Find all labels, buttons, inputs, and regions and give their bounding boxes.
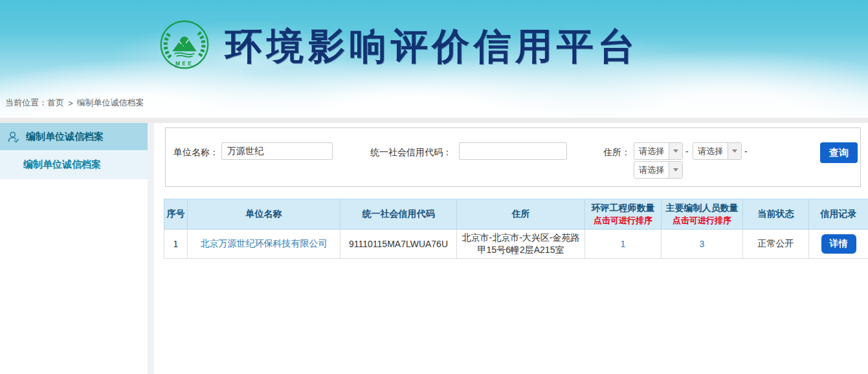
col-header-index: 序号: [164, 199, 188, 230]
col-header-address: 住所: [457, 199, 585, 230]
col-header-unit-name: 单位名称: [188, 199, 340, 230]
residence-separator: -: [685, 146, 689, 157]
city-select[interactable]: 请选择: [693, 142, 742, 160]
person-check-icon: [6, 130, 20, 144]
search-form-panel: 单位名称： 统一社会信用代码： 住所： 请选择 - 请选择 - 请选择 查询: [165, 127, 861, 187]
sidebar: 编制单位诚信档案 编制单位诚信档案: [0, 123, 148, 374]
credit-code-label: 统一社会信用代码：: [334, 147, 452, 159]
col-header-status: 当前状态: [743, 199, 809, 230]
logo-text: MEE: [175, 60, 194, 67]
staff-count-link[interactable]: 3: [700, 239, 705, 249]
residence-separator: -: [744, 146, 748, 157]
chevron-down-icon[interactable]: [669, 162, 682, 178]
sidebar-main-divider: [148, 123, 154, 374]
breadcrumb-home-link[interactable]: 首页: [47, 98, 64, 107]
breadcrumb-current: 编制单位诚信档案: [77, 98, 144, 107]
table-header-row: 序号 单位名称 统一社会信用代码 住所 环评工程师数量 点击可进行排序 主要编制…: [164, 199, 868, 230]
header-divider: [0, 118, 868, 123]
chevron-down-icon[interactable]: [728, 143, 741, 159]
mee-logo-icon: MEE: [159, 19, 210, 70]
col-header-engineer-count-label: 环评工程师数量: [592, 203, 655, 213]
sort-hint: 点击可进行排序: [586, 215, 660, 226]
province-select[interactable]: 请选择: [634, 142, 683, 160]
sidebar-item-label: 编制单位诚信档案: [26, 131, 104, 143]
district-select[interactable]: 请选择: [634, 161, 683, 179]
col-header-credit-record: 信用记录: [809, 199, 868, 230]
address-line-1: 北京市-北京市-大兴区-金苑路: [458, 232, 583, 244]
site-header: MEE 环境影响评价信用平台 当前位置：首页>编制单位诚信档案: [0, 0, 868, 118]
chevron-down-icon[interactable]: [669, 143, 682, 159]
engineer-count-link[interactable]: 1: [621, 239, 626, 249]
sidebar-item-credit-archive[interactable]: 编制单位诚信档案: [0, 123, 148, 150]
table-row: 1 北京万源世纪环保科技有限公司 91110115MA7LWUA76U 北京市-…: [164, 230, 868, 259]
sidebar-subitem-label: 编制单位诚信档案: [23, 159, 101, 171]
breadcrumb-separator: >: [68, 98, 73, 108]
sidebar-subitem-credit-archive[interactable]: 编制单位诚信档案: [0, 150, 148, 179]
province-select-value: 请选择: [634, 143, 669, 159]
col-header-staff-count-sort[interactable]: 主要编制人员数量 点击可进行排序: [662, 199, 743, 230]
unit-name-label: 单位名称：: [166, 147, 219, 159]
residence-label: 住所：: [590, 147, 630, 159]
unit-name-input[interactable]: [221, 142, 333, 160]
address-line-2: 甲15号6幢2层A215室: [458, 244, 583, 256]
district-select-value: 请选择: [634, 162, 669, 178]
search-button[interactable]: 查询: [820, 142, 858, 163]
results-table: 序号 单位名称 统一社会信用代码 住所 环评工程师数量 点击可进行排序 主要编制…: [164, 199, 868, 259]
cell-status: 正常公开: [743, 230, 809, 259]
page-title: 环境影响评价信用平台: [225, 22, 640, 72]
unit-name-link[interactable]: 北京万源世纪环保科技有限公司: [201, 238, 328, 248]
col-header-credit-code: 统一社会信用代码: [340, 199, 457, 230]
cell-credit-code: 91110115MA7LWUA76U: [340, 230, 457, 259]
city-select-value: 请选择: [693, 143, 728, 159]
credit-code-input[interactable]: [459, 142, 567, 160]
breadcrumb-label: 当前位置：: [5, 98, 47, 107]
cell-address: 北京市-北京市-大兴区-金苑路 甲15号6幢2层A215室: [457, 230, 585, 259]
breadcrumb: 当前位置：首页>编制单位诚信档案: [5, 97, 144, 109]
main-content: 单位名称： 统一社会信用代码： 住所： 请选择 - 请选择 - 请选择 查询 序…: [154, 123, 868, 374]
col-header-staff-count-label: 主要编制人员数量: [666, 203, 739, 213]
cell-index: 1: [164, 230, 188, 259]
sort-hint: 点击可进行排序: [663, 215, 741, 226]
detail-button[interactable]: 详情: [821, 234, 856, 254]
col-header-engineer-count-sort[interactable]: 环评工程师数量 点击可进行排序: [585, 199, 662, 230]
